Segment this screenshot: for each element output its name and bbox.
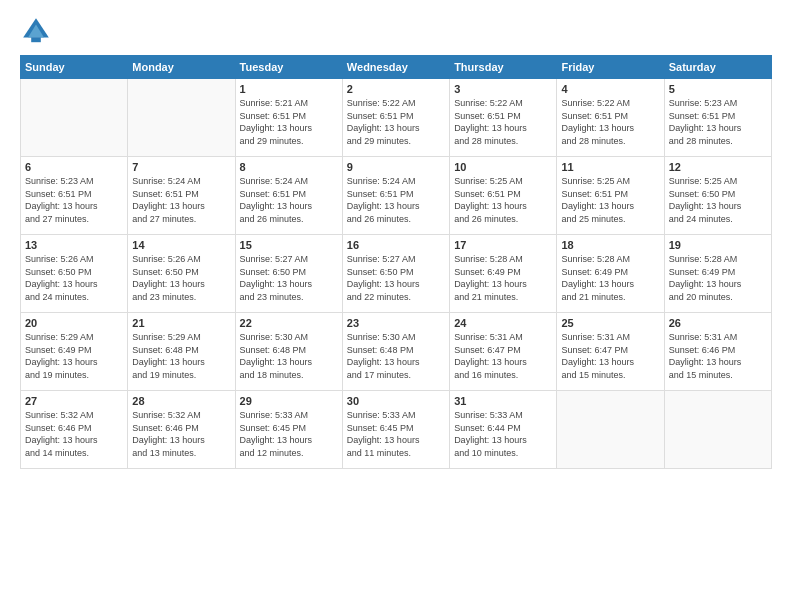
calendar-cell: 3 Sunrise: 5:22 AM Sunset: 6:51 PM Dayli… <box>450 79 557 157</box>
day-info: Sunrise: 5:30 AM Sunset: 6:48 PM Dayligh… <box>347 331 445 381</box>
calendar-cell: 8 Sunrise: 5:24 AM Sunset: 6:51 PM Dayli… <box>235 157 342 235</box>
day-info: Sunrise: 5:28 AM Sunset: 6:49 PM Dayligh… <box>561 253 659 303</box>
calendar-cell: 30 Sunrise: 5:33 AM Sunset: 6:45 PM Dayl… <box>342 391 449 469</box>
day-info: Sunrise: 5:25 AM Sunset: 6:51 PM Dayligh… <box>561 175 659 225</box>
day-number: 14 <box>132 239 230 251</box>
calendar-week-4: 20 Sunrise: 5:29 AM Sunset: 6:49 PM Dayl… <box>21 313 772 391</box>
day-info: Sunrise: 5:22 AM Sunset: 6:51 PM Dayligh… <box>454 97 552 147</box>
calendar-cell <box>664 391 771 469</box>
calendar-cell: 16 Sunrise: 5:27 AM Sunset: 6:50 PM Dayl… <box>342 235 449 313</box>
calendar-cell: 24 Sunrise: 5:31 AM Sunset: 6:47 PM Dayl… <box>450 313 557 391</box>
day-number: 26 <box>669 317 767 329</box>
calendar-cell: 1 Sunrise: 5:21 AM Sunset: 6:51 PM Dayli… <box>235 79 342 157</box>
calendar-cell: 22 Sunrise: 5:30 AM Sunset: 6:48 PM Dayl… <box>235 313 342 391</box>
day-info: Sunrise: 5:22 AM Sunset: 6:51 PM Dayligh… <box>347 97 445 147</box>
day-number: 27 <box>25 395 123 407</box>
calendar-cell: 11 Sunrise: 5:25 AM Sunset: 6:51 PM Dayl… <box>557 157 664 235</box>
calendar-cell: 15 Sunrise: 5:27 AM Sunset: 6:50 PM Dayl… <box>235 235 342 313</box>
day-info: Sunrise: 5:21 AM Sunset: 6:51 PM Dayligh… <box>240 97 338 147</box>
weekday-header-row: SundayMondayTuesdayWednesdayThursdayFrid… <box>21 56 772 79</box>
day-number: 2 <box>347 83 445 95</box>
calendar-cell: 26 Sunrise: 5:31 AM Sunset: 6:46 PM Dayl… <box>664 313 771 391</box>
calendar-cell <box>557 391 664 469</box>
day-info: Sunrise: 5:23 AM Sunset: 6:51 PM Dayligh… <box>669 97 767 147</box>
day-info: Sunrise: 5:25 AM Sunset: 6:51 PM Dayligh… <box>454 175 552 225</box>
day-info: Sunrise: 5:29 AM Sunset: 6:49 PM Dayligh… <box>25 331 123 381</box>
day-number: 22 <box>240 317 338 329</box>
calendar-cell: 25 Sunrise: 5:31 AM Sunset: 6:47 PM Dayl… <box>557 313 664 391</box>
day-info: Sunrise: 5:31 AM Sunset: 6:47 PM Dayligh… <box>454 331 552 381</box>
day-info: Sunrise: 5:28 AM Sunset: 6:49 PM Dayligh… <box>669 253 767 303</box>
day-number: 28 <box>132 395 230 407</box>
calendar-table: SundayMondayTuesdayWednesdayThursdayFrid… <box>20 55 772 469</box>
calendar-cell: 10 Sunrise: 5:25 AM Sunset: 6:51 PM Dayl… <box>450 157 557 235</box>
day-number: 15 <box>240 239 338 251</box>
day-info: Sunrise: 5:32 AM Sunset: 6:46 PM Dayligh… <box>25 409 123 459</box>
day-number: 25 <box>561 317 659 329</box>
day-info: Sunrise: 5:22 AM Sunset: 6:51 PM Dayligh… <box>561 97 659 147</box>
day-info: Sunrise: 5:23 AM Sunset: 6:51 PM Dayligh… <box>25 175 123 225</box>
weekday-header-monday: Monday <box>128 56 235 79</box>
day-number: 19 <box>669 239 767 251</box>
calendar-cell: 29 Sunrise: 5:33 AM Sunset: 6:45 PM Dayl… <box>235 391 342 469</box>
day-info: Sunrise: 5:33 AM Sunset: 6:45 PM Dayligh… <box>347 409 445 459</box>
day-number: 7 <box>132 161 230 173</box>
day-number: 30 <box>347 395 445 407</box>
calendar-week-3: 13 Sunrise: 5:26 AM Sunset: 6:50 PM Dayl… <box>21 235 772 313</box>
calendar-cell: 7 Sunrise: 5:24 AM Sunset: 6:51 PM Dayli… <box>128 157 235 235</box>
day-info: Sunrise: 5:27 AM Sunset: 6:50 PM Dayligh… <box>240 253 338 303</box>
weekday-header-thursday: Thursday <box>450 56 557 79</box>
calendar-cell: 2 Sunrise: 5:22 AM Sunset: 6:51 PM Dayli… <box>342 79 449 157</box>
day-info: Sunrise: 5:33 AM Sunset: 6:44 PM Dayligh… <box>454 409 552 459</box>
day-info: Sunrise: 5:31 AM Sunset: 6:47 PM Dayligh… <box>561 331 659 381</box>
day-number: 29 <box>240 395 338 407</box>
day-number: 9 <box>347 161 445 173</box>
calendar-cell: 6 Sunrise: 5:23 AM Sunset: 6:51 PM Dayli… <box>21 157 128 235</box>
day-info: Sunrise: 5:24 AM Sunset: 6:51 PM Dayligh… <box>132 175 230 225</box>
day-info: Sunrise: 5:31 AM Sunset: 6:46 PM Dayligh… <box>669 331 767 381</box>
logo-icon <box>20 15 52 47</box>
day-info: Sunrise: 5:26 AM Sunset: 6:50 PM Dayligh… <box>25 253 123 303</box>
day-number: 10 <box>454 161 552 173</box>
header <box>20 15 772 47</box>
calendar-cell: 18 Sunrise: 5:28 AM Sunset: 6:49 PM Dayl… <box>557 235 664 313</box>
weekday-header-sunday: Sunday <box>21 56 128 79</box>
weekday-header-saturday: Saturday <box>664 56 771 79</box>
day-info: Sunrise: 5:24 AM Sunset: 6:51 PM Dayligh… <box>240 175 338 225</box>
calendar-week-1: 1 Sunrise: 5:21 AM Sunset: 6:51 PM Dayli… <box>21 79 772 157</box>
day-number: 6 <box>25 161 123 173</box>
day-info: Sunrise: 5:27 AM Sunset: 6:50 PM Dayligh… <box>347 253 445 303</box>
calendar-cell: 4 Sunrise: 5:22 AM Sunset: 6:51 PM Dayli… <box>557 79 664 157</box>
day-number: 11 <box>561 161 659 173</box>
calendar-cell: 31 Sunrise: 5:33 AM Sunset: 6:44 PM Dayl… <box>450 391 557 469</box>
day-number: 17 <box>454 239 552 251</box>
day-info: Sunrise: 5:28 AM Sunset: 6:49 PM Dayligh… <box>454 253 552 303</box>
calendar-cell: 23 Sunrise: 5:30 AM Sunset: 6:48 PM Dayl… <box>342 313 449 391</box>
day-info: Sunrise: 5:30 AM Sunset: 6:48 PM Dayligh… <box>240 331 338 381</box>
weekday-header-wednesday: Wednesday <box>342 56 449 79</box>
day-number: 21 <box>132 317 230 329</box>
calendar-cell: 17 Sunrise: 5:28 AM Sunset: 6:49 PM Dayl… <box>450 235 557 313</box>
day-number: 23 <box>347 317 445 329</box>
calendar-cell: 21 Sunrise: 5:29 AM Sunset: 6:48 PM Dayl… <box>128 313 235 391</box>
day-number: 3 <box>454 83 552 95</box>
calendar-cell: 12 Sunrise: 5:25 AM Sunset: 6:50 PM Dayl… <box>664 157 771 235</box>
calendar-week-2: 6 Sunrise: 5:23 AM Sunset: 6:51 PM Dayli… <box>21 157 772 235</box>
calendar-cell <box>21 79 128 157</box>
day-info: Sunrise: 5:26 AM Sunset: 6:50 PM Dayligh… <box>132 253 230 303</box>
day-number: 24 <box>454 317 552 329</box>
calendar-cell: 9 Sunrise: 5:24 AM Sunset: 6:51 PM Dayli… <box>342 157 449 235</box>
day-number: 1 <box>240 83 338 95</box>
day-number: 5 <box>669 83 767 95</box>
day-number: 20 <box>25 317 123 329</box>
day-info: Sunrise: 5:33 AM Sunset: 6:45 PM Dayligh… <box>240 409 338 459</box>
calendar-cell: 5 Sunrise: 5:23 AM Sunset: 6:51 PM Dayli… <box>664 79 771 157</box>
weekday-header-tuesday: Tuesday <box>235 56 342 79</box>
weekday-header-friday: Friday <box>557 56 664 79</box>
day-number: 12 <box>669 161 767 173</box>
day-number: 13 <box>25 239 123 251</box>
calendar-cell: 13 Sunrise: 5:26 AM Sunset: 6:50 PM Dayl… <box>21 235 128 313</box>
calendar-week-5: 27 Sunrise: 5:32 AM Sunset: 6:46 PM Dayl… <box>21 391 772 469</box>
day-number: 18 <box>561 239 659 251</box>
page: SundayMondayTuesdayWednesdayThursdayFrid… <box>0 0 792 612</box>
